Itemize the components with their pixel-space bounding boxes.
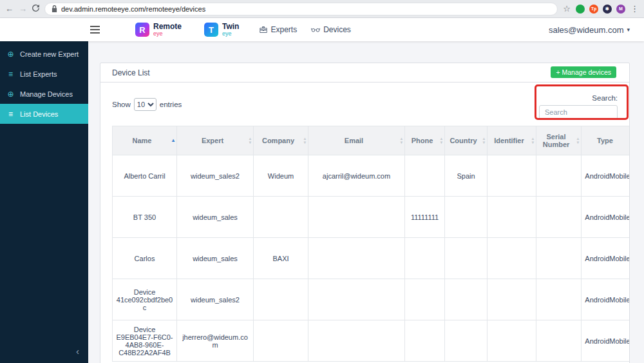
cell-type: AndroidMobile: [582, 238, 630, 279]
cell-phone: [405, 279, 445, 320]
cell-serial-number: [536, 155, 582, 197]
bookmark-star-icon[interactable]: ☆: [563, 5, 571, 13]
remoteeye-logo-title: Remote: [153, 23, 182, 30]
search-label: Search:: [592, 94, 618, 102]
sidebar-collapse-icon[interactable]: ‹: [76, 346, 79, 357]
remoteeye-logo-icon: R: [135, 23, 149, 37]
forward-icon[interactable]: →: [19, 5, 27, 13]
cell-email: ajcarril@wideum.com: [308, 155, 405, 197]
entries-label: entries: [160, 101, 182, 108]
list-icon: ≡: [6, 70, 15, 79]
column-header-serial-number[interactable]: Serial Number▴▾: [536, 126, 582, 155]
account-menu[interactable]: sales@wideum.com ▾: [549, 25, 630, 35]
dark-extension-icon[interactable]: ✱: [603, 5, 612, 14]
column-header-type[interactable]: Type: [582, 126, 630, 155]
table-row: Device 41ce092cbdf2be0c wideum_sales2 An…: [113, 279, 630, 320]
cell-country: [445, 279, 488, 320]
app-navbar: R Remote eye T Twin eye Experts Devices …: [0, 18, 644, 41]
cell-company: [254, 279, 308, 320]
plus-circle-icon: ⊕: [6, 90, 15, 99]
cell-type: AndroidMobile: [582, 155, 630, 197]
devices-table: Name▴ Expert▴▾ Company▴▾ Email▴▾ Phone▴▾…: [112, 126, 630, 362]
cell-email: [308, 238, 405, 279]
sidebar-item-label: Manage Devices: [20, 90, 73, 98]
sort-icon: ▴: [172, 138, 175, 143]
show-label: Show: [112, 101, 131, 108]
search-control: Search:: [539, 93, 618, 119]
search-input[interactable]: [539, 105, 618, 119]
nav-link-devices-label: Devices: [323, 25, 351, 34]
table-header-row: Name▴ Expert▴▾ Company▴▾ Email▴▾ Phone▴▾…: [113, 126, 630, 155]
cell-identifier: [488, 155, 536, 197]
sort-icon: ▴▾: [483, 137, 485, 144]
cell-expert: wideum_sales: [177, 197, 254, 238]
sidebar-item-manage-devices[interactable]: ⊕ Manage Devices: [0, 84, 88, 104]
manage-devices-button[interactable]: + Manage devices: [551, 66, 616, 78]
remoteeye-logo[interactable]: R Remote eye: [135, 23, 182, 37]
device-list-card: Device List + Manage devices Show 10 ent…: [100, 63, 630, 363]
browser-menu-icon[interactable]: ⋮: [630, 5, 639, 13]
table-controls: Show 10 entries Search:: [112, 93, 618, 119]
cell-serial-number: [536, 320, 582, 362]
extensions-row: Tp ✱ M: [576, 5, 625, 14]
cell-company: [254, 197, 308, 238]
sidebar-item-create-new-expert[interactable]: ⊕ Create new Expert: [0, 44, 88, 64]
cell-identifier: [488, 197, 536, 238]
briefcase-icon: [260, 26, 267, 34]
tp-extension-icon[interactable]: Tp: [589, 5, 598, 14]
column-header-phone[interactable]: Phone▴▾: [405, 126, 445, 155]
cell-country: [445, 197, 488, 238]
glasses-icon: [311, 26, 320, 34]
cell-type: AndroidMobile: [582, 197, 630, 238]
sort-icon: ▴▾: [440, 137, 442, 144]
green-extension-icon[interactable]: [576, 5, 585, 14]
column-header-company[interactable]: Company▴▾: [254, 126, 308, 155]
list-icon: ≡: [6, 110, 15, 119]
cell-email: [308, 197, 405, 238]
cell-serial-number: [536, 238, 582, 279]
cell-serial-number: [536, 197, 582, 238]
cell-expert: wideum_sales2: [177, 155, 254, 197]
sort-icon: ▴▾: [532, 137, 534, 144]
cell-type: AndroidMobile: [582, 320, 630, 362]
twineye-logo[interactable]: T Twin eye: [204, 23, 239, 37]
sidebar-item-label: List Devices: [20, 110, 58, 118]
cell-expert: wideum_sales: [177, 238, 254, 279]
card-title: Device List: [112, 68, 150, 77]
m-extension-icon[interactable]: M: [616, 5, 625, 14]
cell-name: Carlos: [113, 238, 177, 279]
sort-icon: ▴▾: [304, 137, 306, 144]
account-email: sales@wideum.com: [549, 25, 624, 35]
nav-link-experts[interactable]: Experts: [260, 25, 297, 34]
plus-circle-icon: ⊕: [6, 50, 15, 59]
cell-identifier: [488, 279, 536, 320]
sidebar: ⊕ Create new Expert ≡ List Experts ⊕ Man…: [0, 41, 88, 363]
cell-identifier: [488, 320, 536, 362]
back-icon[interactable]: ←: [5, 5, 14, 13]
cell-type: AndroidMobile: [582, 279, 630, 320]
column-header-identifier[interactable]: Identifier▴▾: [488, 126, 536, 155]
nav-link-devices[interactable]: Devices: [311, 25, 351, 34]
twineye-logo-title: Twin: [222, 23, 239, 30]
sidebar-item-list-devices[interactable]: ≡ List Devices: [0, 104, 88, 124]
column-header-name[interactable]: Name▴: [113, 126, 177, 155]
cell-country: [445, 238, 488, 279]
card-header: Device List + Manage devices: [100, 63, 629, 83]
cell-expert: jherrero@wideum.com: [177, 320, 254, 362]
cell-name: BT 350: [113, 197, 177, 238]
page-size-select[interactable]: 10: [134, 98, 156, 111]
cell-name: Alberto Carril: [113, 155, 177, 197]
cell-email: [308, 320, 405, 362]
remoteeye-logo-sub: eye: [153, 31, 182, 37]
column-header-email[interactable]: Email▴▾: [308, 126, 405, 155]
refresh-icon[interactable]: [32, 5, 39, 13]
column-header-country[interactable]: Country▴▾: [445, 126, 488, 155]
sidebar-item-list-experts[interactable]: ≡ List Experts: [0, 64, 88, 84]
cell-country: [445, 320, 488, 362]
cell-identifier: [488, 238, 536, 279]
hamburger-menu-icon[interactable]: [90, 26, 100, 34]
chevron-down-icon: ▾: [627, 26, 630, 33]
address-bar[interactable]: dev.admin.remoteeye.com/remoteeye/device…: [44, 3, 558, 15]
browser-toolbar: ← → dev.admin.remoteeye.com/remoteeye/de…: [0, 0, 644, 18]
column-header-expert[interactable]: Expert▴▾: [177, 126, 254, 155]
